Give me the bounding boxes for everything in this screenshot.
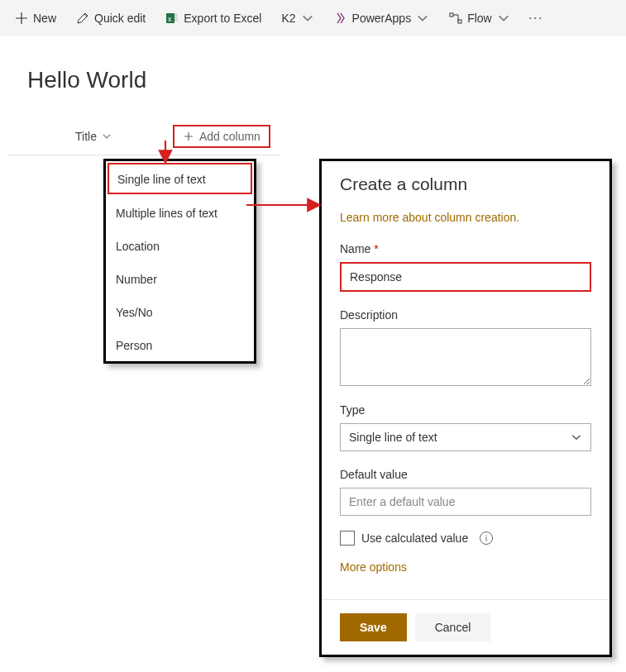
required-indicator: *: [374, 242, 378, 255]
panel-button-row: Save Cancel: [322, 599, 609, 655]
type-select[interactable]: Single line of text: [340, 423, 591, 451]
k2-button[interactable]: K2: [273, 7, 322, 30]
type-value: Single line of text: [349, 431, 437, 444]
svg-rect-3: [174, 17, 178, 18]
description-input[interactable]: [340, 328, 591, 386]
flow-button[interactable]: Flow: [441, 7, 518, 30]
chevron-down-icon: [497, 12, 510, 25]
dropdown-item-multi-line[interactable]: Multiple lines of text: [106, 196, 254, 229]
page-title: Hello World: [27, 67, 626, 93]
export-label: Export to Excel: [184, 12, 261, 25]
dropdown-item-location[interactable]: Location: [106, 229, 254, 262]
dropdown-item-label: Multiple lines of text: [116, 207, 217, 220]
dropdown-item-label: Number: [116, 273, 157, 286]
column-title-label: Title: [75, 130, 97, 143]
more-options-link[interactable]: More options: [340, 560, 407, 574]
default-value-input[interactable]: [340, 488, 591, 516]
save-button[interactable]: Save: [340, 613, 407, 641]
quick-edit-label: Quick edit: [94, 12, 146, 25]
pencil-icon: [76, 12, 89, 25]
add-column-label: Add column: [199, 130, 260, 143]
learn-more-link[interactable]: Learn more about column creation.: [340, 211, 591, 224]
export-excel-button[interactable]: x Export to Excel: [157, 7, 270, 30]
dropdown-item-label: Single line of text: [117, 173, 206, 186]
chevron-down-icon: [416, 12, 429, 25]
svg-rect-4: [174, 19, 178, 21]
svg-rect-2: [174, 14, 178, 16]
dropdown-item-label: Person: [116, 339, 152, 352]
quick-edit-button[interactable]: Quick edit: [68, 7, 154, 30]
column-type-dropdown: Single line of text Multiple lines of te…: [103, 159, 256, 364]
new-button[interactable]: New: [7, 7, 65, 30]
flow-icon: [449, 12, 462, 25]
svg-rect-5: [450, 13, 453, 17]
powerapps-icon: [334, 12, 347, 25]
info-icon[interactable]: i: [480, 531, 493, 545]
add-column-button[interactable]: Add column: [173, 125, 270, 148]
powerapps-button[interactable]: PowerApps: [326, 7, 438, 30]
panel-title: Create a column: [340, 174, 591, 194]
dropdown-item-number[interactable]: Number: [106, 262, 254, 295]
column-title-header[interactable]: Title: [69, 126, 118, 146]
plus-icon: [15, 12, 28, 25]
name-label: Name *: [340, 242, 591, 255]
chevron-down-icon: [301, 12, 314, 25]
type-label: Type: [340, 403, 591, 417]
chevron-down-icon: [102, 131, 112, 141]
cancel-button[interactable]: Cancel: [415, 613, 491, 641]
new-label: New: [33, 12, 56, 25]
chevron-down-icon: [571, 431, 582, 443]
annotation-arrow-right: [246, 198, 323, 214]
dropdown-item-yesno[interactable]: Yes/No: [106, 295, 254, 328]
more-actions-button[interactable]: ···: [522, 9, 550, 26]
k2-label: K2: [281, 12, 295, 25]
calculated-value-checkbox[interactable]: [340, 531, 355, 546]
command-bar: New Quick edit x Export to Excel K2 Powe…: [0, 0, 626, 36]
default-value-label: Default value: [340, 468, 591, 481]
svg-rect-6: [458, 20, 461, 23]
dropdown-item-label: Yes/No: [116, 306, 153, 319]
dropdown-item-label: Location: [116, 240, 160, 253]
dropdown-item-single-line[interactable]: Single line of text: [108, 163, 252, 194]
calculated-value-row: Use calculated value i: [340, 531, 591, 546]
plus-icon: [184, 131, 194, 141]
powerapps-label: PowerApps: [352, 12, 412, 25]
excel-icon: x: [165, 12, 179, 25]
description-label: Description: [340, 308, 591, 322]
list-header: Title Add column: [8, 125, 281, 155]
svg-text:x: x: [168, 15, 172, 23]
calculated-value-label: Use calculated value: [361, 531, 468, 545]
name-input[interactable]: [340, 262, 591, 292]
create-column-panel: Create a column Learn more about column …: [319, 159, 612, 657]
flow-label: Flow: [467, 12, 492, 25]
dropdown-item-person[interactable]: Person: [106, 328, 254, 361]
